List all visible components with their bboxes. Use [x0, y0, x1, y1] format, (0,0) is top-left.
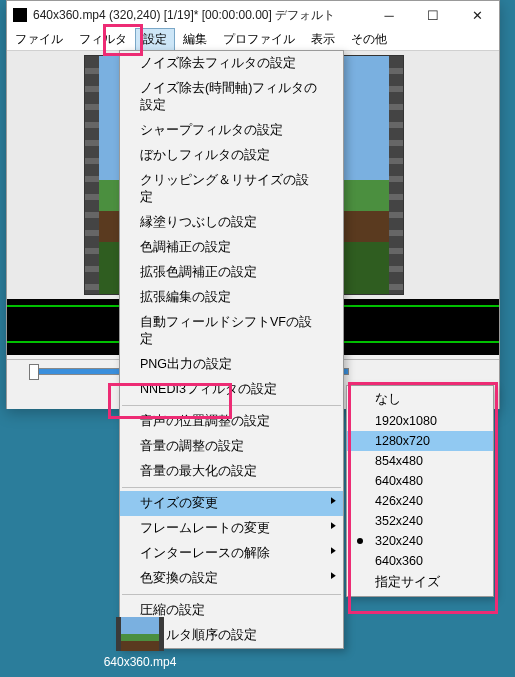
menu-edit[interactable]: 編集: [175, 28, 215, 51]
menu-separator: [122, 405, 341, 406]
dropdown-item[interactable]: 音量の最大化の設定: [120, 459, 343, 484]
dropdown-item[interactable]: ぼかしフィルタの設定: [120, 143, 343, 168]
menu-other[interactable]: その他: [343, 28, 395, 51]
submenu-item[interactable]: 640x480: [347, 471, 493, 491]
dropdown-item[interactable]: 自動フィールドシフトVFの設定: [120, 310, 343, 352]
submenu-item[interactable]: 1280x720: [347, 431, 493, 451]
dropdown-item[interactable]: 音量の調整の設定: [120, 434, 343, 459]
dropdown-item[interactable]: NNEDI3フィルタの設定: [120, 377, 343, 402]
submenu-item[interactable]: 854x480: [347, 451, 493, 471]
close-button[interactable]: ✕: [455, 1, 499, 29]
submenu-item[interactable]: 640x360: [347, 551, 493, 571]
dropdown-item[interactable]: ノイズ除去(時間軸)フィルタの設定: [120, 76, 343, 118]
menu-settings[interactable]: 設定: [135, 28, 175, 51]
size-submenu: なし1920x10801280x720854x480640x480426x240…: [346, 385, 494, 597]
submenu-item[interactable]: 320x240: [347, 531, 493, 551]
dropdown-item[interactable]: 縁塗りつぶしの設定: [120, 210, 343, 235]
menu-profile[interactable]: プロファイル: [215, 28, 303, 51]
menu-separator: [122, 594, 341, 595]
file-thumbnail: [116, 617, 164, 651]
dropdown-item[interactable]: 拡張編集の設定: [120, 285, 343, 310]
submenu-item[interactable]: なし: [347, 388, 493, 411]
settings-dropdown: ノイズ除去フィルタの設定ノイズ除去(時間軸)フィルタの設定シャープフィルタの設定…: [119, 50, 344, 649]
window-title: 640x360.mp4 (320,240) [1/19]* [00:00:00.…: [33, 7, 367, 24]
dropdown-item[interactable]: 色調補正の設定: [120, 235, 343, 260]
dropdown-item[interactable]: インターレースの解除: [120, 541, 343, 566]
dropdown-item[interactable]: 音声の位置調整の設定: [120, 409, 343, 434]
film-strip-left: [85, 56, 99, 294]
menu-separator: [122, 487, 341, 488]
seek-thumb[interactable]: [29, 364, 39, 380]
dropdown-item[interactable]: PNG出力の設定: [120, 352, 343, 377]
check-dot-icon: [357, 538, 363, 544]
file-label: 640x360.mp4: [99, 655, 181, 669]
menu-filter[interactable]: フィルタ: [71, 28, 135, 51]
menubar: ファイル フィルタ 設定 編集 プロファイル 表示 その他: [7, 29, 499, 51]
dropdown-item[interactable]: シャープフィルタの設定: [120, 118, 343, 143]
dropdown-item[interactable]: 拡張色調補正の設定: [120, 260, 343, 285]
menu-file[interactable]: ファイル: [7, 28, 71, 51]
maximize-button[interactable]: ☐: [411, 1, 455, 29]
dropdown-item[interactable]: ノイズ除去フィルタの設定: [120, 51, 343, 76]
desktop-file[interactable]: 640x360.mp4: [99, 617, 181, 669]
menu-view[interactable]: 表示: [303, 28, 343, 51]
titlebar: 640x360.mp4 (320,240) [1/19]* [00:00:00.…: [7, 1, 499, 29]
submenu-item[interactable]: 1920x1080: [347, 411, 493, 431]
dropdown-item[interactable]: フレームレートの変更: [120, 516, 343, 541]
dropdown-item[interactable]: サイズの変更: [120, 491, 343, 516]
dropdown-item[interactable]: 色変換の設定: [120, 566, 343, 591]
app-icon: [13, 8, 27, 22]
submenu-item[interactable]: 352x240: [347, 511, 493, 531]
submenu-item[interactable]: 指定サイズ: [347, 571, 493, 594]
film-strip-right: [389, 56, 403, 294]
submenu-item[interactable]: 426x240: [347, 491, 493, 511]
minimize-button[interactable]: ─: [367, 1, 411, 29]
dropdown-item[interactable]: クリッピング＆リサイズの設定: [120, 168, 343, 210]
